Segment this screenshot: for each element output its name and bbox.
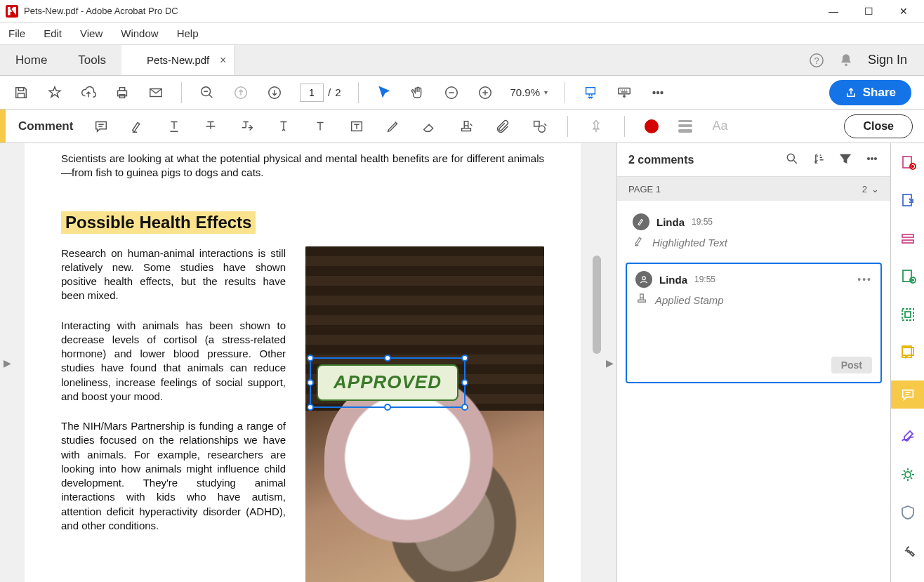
send-comments-icon[interactable] bbox=[898, 343, 918, 362]
zoom-level[interactable]: 70.9% ▾ bbox=[510, 86, 548, 98]
pencil-icon[interactable] bbox=[385, 118, 402, 135]
menu-help[interactable]: Help bbox=[177, 27, 199, 39]
doc-p1: Research on human-animal interactions is… bbox=[61, 246, 286, 303]
sticky-note-icon[interactable] bbox=[93, 118, 110, 135]
tab-tools[interactable]: Tools bbox=[62, 45, 121, 75]
comment-more-icon[interactable]: ••• bbox=[857, 274, 872, 285]
color-picker-icon[interactable] bbox=[645, 119, 659, 133]
attachment-icon[interactable] bbox=[494, 118, 511, 135]
sort-comments-icon[interactable]: AZ bbox=[812, 152, 826, 168]
keyboard-icon[interactable] bbox=[616, 84, 633, 101]
star-icon[interactable] bbox=[46, 84, 63, 101]
line-thickness-icon[interactable] bbox=[678, 120, 692, 133]
eraser-icon[interactable] bbox=[421, 118, 438, 135]
comments-count: 2 comments bbox=[628, 154, 772, 166]
left-nav-toggle[interactable]: ▶ bbox=[0, 143, 14, 582]
underline-icon[interactable] bbox=[166, 118, 183, 135]
next-page-icon[interactable] bbox=[266, 84, 283, 101]
prev-page-icon[interactable] bbox=[232, 84, 249, 101]
comment-author: Linda bbox=[656, 216, 685, 228]
comment-item[interactable]: Linda 19:55 Highlighted Text bbox=[626, 208, 882, 256]
pin-icon[interactable] bbox=[588, 118, 605, 135]
menu-window[interactable]: Window bbox=[121, 27, 158, 39]
svg-point-26 bbox=[642, 277, 646, 280]
cloud-upload-icon[interactable] bbox=[80, 84, 97, 101]
resize-handle[interactable] bbox=[307, 404, 314, 411]
resize-handle[interactable] bbox=[461, 379, 468, 386]
comment-tool-active[interactable] bbox=[891, 381, 925, 409]
acrobat-icon bbox=[6, 5, 18, 18]
resize-handle[interactable] bbox=[461, 355, 468, 362]
fit-width-icon[interactable] bbox=[582, 84, 599, 101]
create-form-icon[interactable] bbox=[898, 267, 918, 286]
hand-tool-icon[interactable] bbox=[409, 84, 426, 101]
page-number-box: / 2 bbox=[300, 84, 341, 102]
svg-point-23 bbox=[868, 157, 870, 159]
fill-sign-icon[interactable] bbox=[898, 427, 918, 447]
more-tools-rail-icon[interactable] bbox=[898, 465, 918, 484]
bell-icon[interactable] bbox=[838, 53, 854, 68]
help-icon[interactable]: ? bbox=[809, 53, 824, 68]
wrench-icon[interactable] bbox=[898, 541, 918, 560]
right-nav-toggle[interactable]: ▶ bbox=[602, 143, 616, 582]
text-properties-icon[interactable]: Aa bbox=[712, 119, 727, 133]
approved-stamp[interactable]: APPROVED bbox=[317, 364, 458, 401]
email-icon[interactable] bbox=[147, 84, 164, 101]
comment-reply-input[interactable] bbox=[635, 315, 872, 354]
scrollbar-thumb[interactable] bbox=[593, 256, 601, 354]
vertical-scrollbar[interactable] bbox=[591, 143, 602, 582]
comments-page-row[interactable]: PAGE 1 2⌄ bbox=[617, 177, 890, 201]
strikethrough-icon[interactable] bbox=[202, 118, 219, 135]
close-window-button[interactable]: ✕ bbox=[896, 6, 911, 17]
doc-heading-highlighted[interactable]: Possible Health Effects bbox=[61, 211, 256, 234]
menu-view[interactable]: View bbox=[80, 27, 103, 39]
sign-in-link[interactable]: Sign In bbox=[868, 53, 907, 67]
stamp-tool-icon[interactable] bbox=[458, 118, 475, 135]
comments-more-icon[interactable] bbox=[865, 152, 879, 168]
resize-handle[interactable] bbox=[384, 355, 391, 362]
svg-rect-12 bbox=[586, 87, 595, 93]
tab-close-icon[interactable]: × bbox=[220, 54, 226, 67]
tab-home[interactable]: Home bbox=[0, 45, 62, 75]
doc-p3: The NIH/Mars Partnership is funding a ra… bbox=[61, 419, 286, 533]
text-comment-icon[interactable] bbox=[312, 118, 329, 135]
zoom-minus-icon[interactable] bbox=[443, 84, 460, 101]
highlighter-icon[interactable] bbox=[129, 118, 146, 135]
resize-handle[interactable] bbox=[384, 404, 391, 411]
comment-item-active[interactable]: Linda 19:55 ••• Applied Stamp Post bbox=[626, 263, 882, 383]
drawing-tools-icon[interactable] bbox=[531, 118, 548, 135]
search-comments-icon[interactable] bbox=[785, 152, 799, 168]
post-button[interactable]: Post bbox=[831, 357, 872, 373]
zoom-plus-icon[interactable] bbox=[477, 84, 494, 101]
resize-handle[interactable] bbox=[461, 404, 468, 411]
organize-pages-icon[interactable] bbox=[898, 305, 918, 324]
tab-document[interactable]: Pets-New.pdf × bbox=[121, 45, 235, 75]
replace-text-icon[interactable] bbox=[239, 118, 256, 135]
text-box-icon[interactable] bbox=[348, 118, 365, 135]
minimize-button[interactable]: — bbox=[826, 6, 841, 17]
save-icon[interactable] bbox=[13, 84, 29, 101]
zoom-out-icon[interactable] bbox=[199, 84, 216, 101]
insert-text-icon[interactable] bbox=[275, 118, 292, 135]
print-icon[interactable] bbox=[114, 84, 131, 101]
pdf-page[interactable]: Scientists are looking at what the poten… bbox=[25, 143, 581, 582]
edit-pdf-icon[interactable] bbox=[898, 229, 918, 249]
comment-toolbar-label: Comment bbox=[18, 119, 73, 133]
menu-file[interactable]: File bbox=[8, 27, 25, 39]
selection-tool-icon[interactable] bbox=[376, 84, 392, 101]
comment-type: Applied Stamp bbox=[655, 294, 724, 306]
menu-edit[interactable]: Edit bbox=[44, 27, 62, 39]
stamp-selection[interactable]: APPROVED bbox=[310, 357, 466, 408]
maximize-button[interactable]: ☐ bbox=[861, 6, 876, 17]
comments-page-count: 2 bbox=[862, 184, 867, 194]
protect-icon[interactable] bbox=[898, 503, 918, 522]
resize-handle[interactable] bbox=[307, 379, 314, 386]
resize-handle[interactable] bbox=[307, 355, 314, 362]
create-pdf-icon[interactable] bbox=[898, 153, 918, 173]
page-current-input[interactable] bbox=[300, 84, 324, 102]
close-comment-button[interactable]: Close bbox=[844, 114, 913, 138]
filter-comments-icon[interactable] bbox=[838, 152, 852, 168]
share-button[interactable]: Share bbox=[829, 80, 911, 105]
export-pdf-icon[interactable] bbox=[898, 191, 918, 211]
more-tools-icon[interactable] bbox=[649, 84, 666, 101]
